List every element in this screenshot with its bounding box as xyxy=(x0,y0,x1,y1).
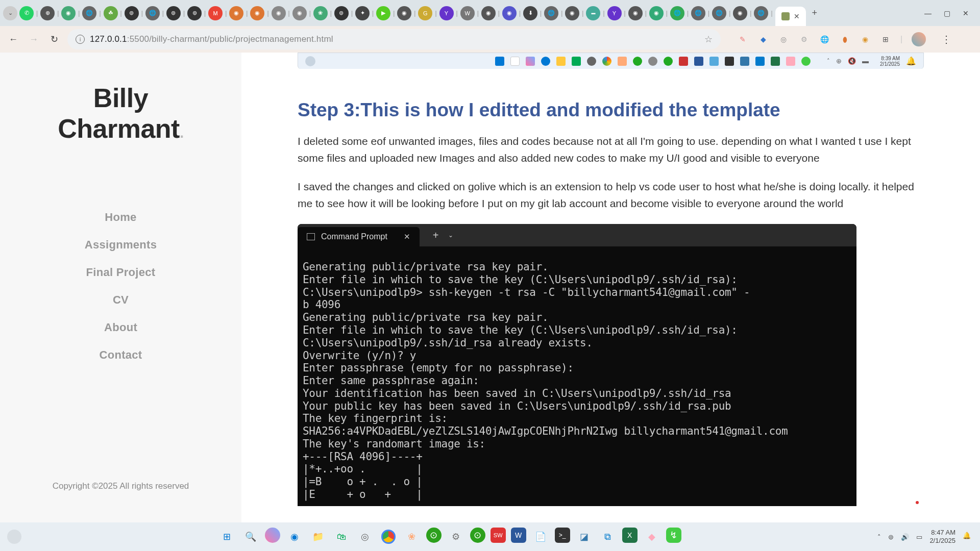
ext-puzzle-icon[interactable]: ⊞ xyxy=(880,34,891,45)
pinned-tab-36[interactable]: 🌐 xyxy=(754,6,768,20)
pinned-tab-32[interactable]: 🌐 xyxy=(670,6,684,20)
nav-about[interactable]: About xyxy=(15,321,226,334)
page-sidebar[interactable]: Billy Charmant. Home Assignments Final P… xyxy=(0,53,241,522)
pinned-tab-19[interactable]: ◉ xyxy=(397,6,411,20)
ext-badge-icon[interactable]: ◉ xyxy=(860,34,871,45)
pinned-tab-8[interactable]: ⊚ xyxy=(166,6,181,20)
quickbooks-icon[interactable]: ⊙ xyxy=(426,528,442,543)
edge-icon[interactable]: ◉ xyxy=(285,528,304,546)
excel-icon[interactable]: X xyxy=(622,528,638,543)
reload-button[interactable]: ↻ xyxy=(47,32,61,46)
pinned-tab-17[interactable]: ✦ xyxy=(355,6,370,20)
nav-assignments[interactable]: Assignments xyxy=(15,238,226,252)
pinned-tab-25[interactable]: ⬇ xyxy=(523,6,537,20)
pinned-tab-24[interactable]: ◉ xyxy=(502,6,517,20)
pinned-tab-31[interactable]: ◉ xyxy=(649,6,664,20)
explorer-icon[interactable]: 📁 xyxy=(309,528,327,546)
embedded-notepad-icon xyxy=(709,57,719,66)
minimize-button[interactable]: — xyxy=(924,9,932,17)
quickbooks2-icon[interactable]: ⊙ xyxy=(470,528,485,543)
nav-cv[interactable]: CV xyxy=(15,293,226,307)
wifi-icon[interactable]: ⊚ xyxy=(888,533,894,541)
site-info-icon[interactable]: i xyxy=(76,35,85,44)
window-close-button[interactable]: ✕ xyxy=(963,9,969,17)
start-button[interactable]: ⊞ xyxy=(218,528,236,546)
pinned-tab-11[interactable]: ◉ xyxy=(229,6,243,20)
ext-globe-icon[interactable]: 🌐 xyxy=(819,34,830,45)
pinned-tab-10[interactable]: M xyxy=(208,6,223,20)
pinned-tab-29[interactable]: Y xyxy=(607,6,622,20)
active-tab[interactable]: ✕ xyxy=(775,7,806,26)
dell-icon[interactable]: ◎ xyxy=(356,528,374,546)
search-button[interactable]: 🔍 xyxy=(241,528,260,546)
pinned-tab-26[interactable]: 🌐 xyxy=(544,6,558,20)
ext-eth-icon[interactable]: ◆ xyxy=(757,34,769,45)
pinned-tab-34[interactable]: 🌐 xyxy=(712,6,726,20)
settings-icon[interactable]: ⚙ xyxy=(447,528,465,546)
app-icon-1[interactable]: ❀ xyxy=(403,528,421,546)
store-icon[interactable]: 🛍 xyxy=(332,528,351,546)
vscode-icon[interactable]: ⧉ xyxy=(599,528,617,546)
browser-menu-button[interactable]: ⋮ xyxy=(941,33,951,45)
solidworks-icon[interactable]: SW xyxy=(491,528,506,543)
pinned-tab-21[interactable]: Y xyxy=(439,6,454,20)
address-bar[interactable]: i 127.0.0.1:5500/billy-charmant/public/p… xyxy=(67,29,721,49)
pinned-tab-5[interactable]: ☘ xyxy=(104,6,118,20)
copilot-icon[interactable] xyxy=(265,528,280,543)
maximize-button[interactable]: ▢ xyxy=(944,9,950,17)
site-title: Billy Charmant. xyxy=(15,83,226,144)
browser-toolbar: ← → ↻ i 127.0.0.1:5500/billy-charmant/pu… xyxy=(0,26,980,53)
pinned-tab-22[interactable]: W xyxy=(460,6,475,20)
main-content-area[interactable]: ˄ ⊕ 🔇 ▬ 8:39 AM 2/1/2025 🔔 Step 3:This i… xyxy=(241,53,980,522)
profile-avatar[interactable] xyxy=(912,32,926,46)
notepad-icon[interactable]: 📄 xyxy=(531,528,550,546)
tray-expand-icon[interactable]: ˄ xyxy=(877,533,881,541)
word-icon[interactable]: W xyxy=(511,528,526,543)
ext-pill-icon[interactable]: ⬮ xyxy=(839,34,850,45)
bookmark-star-icon[interactable]: ☆ xyxy=(704,34,713,45)
nav-final-project[interactable]: Final Project xyxy=(15,266,226,279)
chrome-icon[interactable] xyxy=(379,528,398,546)
pinned-tab-30[interactable]: ◉ xyxy=(628,6,643,20)
pinned-tab-12[interactable]: ◉ xyxy=(250,6,264,20)
embedded-terminal-icon xyxy=(725,57,734,66)
pinned-tab-4[interactable]: 🌐 xyxy=(82,6,96,20)
ext-gear-icon[interactable]: ⚙ xyxy=(798,34,810,45)
pinned-tab-3[interactable]: ◉ xyxy=(61,6,76,20)
pinned-tab-6[interactable]: ⊚ xyxy=(125,6,139,20)
pinned-tab-9[interactable]: ⊚ xyxy=(187,6,202,20)
ext-pen-icon[interactable]: ✎ xyxy=(737,34,748,45)
volume-icon[interactable]: 🔊 xyxy=(901,533,909,541)
forward-button[interactable]: → xyxy=(27,32,41,46)
terminal-icon[interactable]: >_ xyxy=(555,528,570,543)
app-icon-2[interactable]: ◪ xyxy=(575,528,594,546)
pinned-tab-14[interactable]: ◉ xyxy=(292,6,307,20)
pinned-tab-2[interactable]: ⊕ xyxy=(40,6,55,20)
pinned-tab-16[interactable]: ⊚ xyxy=(334,6,349,20)
tab-close-button[interactable]: ✕ xyxy=(794,12,800,20)
notification-icon[interactable]: 🔔 xyxy=(963,532,973,542)
back-button[interactable]: ← xyxy=(6,32,20,46)
nav-home[interactable]: Home xyxy=(15,211,226,224)
pinned-tab-15[interactable]: ❀ xyxy=(313,6,328,20)
pinned-tab-1[interactable]: ✆ xyxy=(19,6,34,20)
taskbar-clock[interactable]: 8:47 AM 2/1/2025 xyxy=(929,529,955,544)
app-icon-3[interactable]: ◆ xyxy=(643,528,661,546)
taskbar-weather-icon[interactable] xyxy=(7,530,21,544)
pinned-tab-28[interactable]: ▬ xyxy=(586,6,600,20)
new-tab-button[interactable]: + xyxy=(812,8,818,18)
nav-contact[interactable]: Contact xyxy=(15,348,226,362)
terminal-output: Generating public/private rsa key pair. … xyxy=(298,246,856,506)
battery-icon[interactable]: ▭ xyxy=(916,533,922,541)
pinned-tab-18[interactable]: ▶ xyxy=(376,6,390,20)
pinned-tab-35[interactable]: ◉ xyxy=(733,6,747,20)
pinned-tab-7[interactable]: 🌐 xyxy=(145,6,160,20)
pinned-tab-23[interactable]: ◉ xyxy=(481,6,496,20)
pinned-tab-13[interactable]: ◉ xyxy=(272,6,286,20)
pinned-tab-33[interactable]: 🌐 xyxy=(691,6,705,20)
ext-circle-icon[interactable]: ◎ xyxy=(778,34,789,45)
pinned-tab-27[interactable]: ◉ xyxy=(565,6,579,20)
tab-dropdown-icon[interactable]: ⌄ xyxy=(3,6,17,20)
pinned-tab-20[interactable]: G xyxy=(418,6,432,20)
app-icon-4[interactable]: ↯ xyxy=(666,528,681,543)
